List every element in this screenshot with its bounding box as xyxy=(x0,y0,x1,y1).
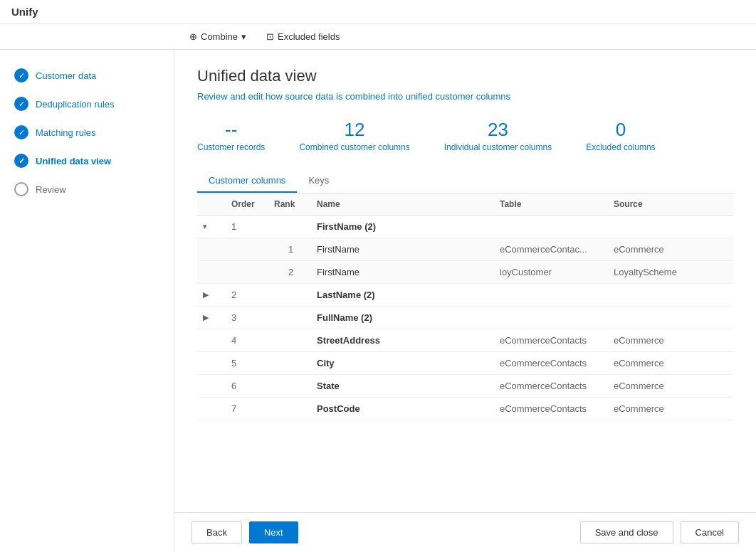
stat-value-customer-records: -- xyxy=(197,119,265,141)
check-icon-3: ✓ xyxy=(19,128,25,137)
cell-source-postcode: eCommerce xyxy=(614,403,728,414)
content-area: Unified data view Review and edit how so… xyxy=(174,50,756,552)
check-icon-2: ✓ xyxy=(19,100,25,109)
cell-order-firstname: 1 xyxy=(231,221,274,232)
back-button[interactable]: Back xyxy=(191,521,242,543)
col-header-rank: Rank xyxy=(274,199,317,209)
tab-customer-columns[interactable]: Customer columns xyxy=(197,169,297,193)
table-row-city: 5 City eCommerceContacts eCommerce xyxy=(197,352,733,375)
table-row-streetaddress: 4 StreetAddress eCommerceContacts eComme… xyxy=(197,329,733,352)
table-row-firstname-1: 1 FirstName eCommerceContac... eCommerce xyxy=(197,238,733,261)
excluded-fields-button[interactable]: ⊡ Excluded fields xyxy=(262,28,344,45)
cell-name-postcode: PostCode xyxy=(317,403,500,414)
sidebar-item-deduplication-rules[interactable]: ✓ Deduplication rules xyxy=(0,90,174,118)
page-title: Unified data view xyxy=(197,67,733,85)
tab-keys[interactable]: Keys xyxy=(297,169,340,193)
main-layout: ✓ Customer data ✓ Deduplication rules ✓ … xyxy=(0,50,756,552)
cell-table-postcode: eCommerceContacts xyxy=(500,403,614,414)
footer-left: Back Next xyxy=(191,521,298,543)
content-main: Unified data view Review and edit how so… xyxy=(174,50,756,512)
footer-right: Save and close Cancel xyxy=(580,521,739,543)
sidebar-item-matching-rules[interactable]: ✓ Matching rules xyxy=(0,118,174,147)
cell-source-firstname-1: eCommerce xyxy=(614,244,728,255)
cell-source-city: eCommerce xyxy=(614,358,728,368)
stat-individual-columns: 23 Individual customer columns xyxy=(444,119,552,152)
sidebar-item-customer-data[interactable]: ✓ Customer data xyxy=(0,61,174,90)
table-row-fullname: ▶ 3 FullName (2) xyxy=(197,307,733,329)
stat-label-individual-columns: Individual customer columns xyxy=(444,142,552,152)
cell-table-firstname-2: loyCustomer xyxy=(500,267,614,277)
cell-rank-firstname-1: 1 xyxy=(274,244,317,255)
cell-order-lastname: 2 xyxy=(231,290,274,300)
cell-name-lastname-group: LastName (2) xyxy=(317,290,500,300)
stat-label-excluded-columns: Excluded columns xyxy=(586,142,655,152)
top-bar: Unify xyxy=(0,0,756,24)
page-subtitle: Review and edit how source data is combi… xyxy=(197,91,733,102)
sidebar-item-icon-review xyxy=(14,182,28,196)
stat-label-combined-columns: Combined customer columns xyxy=(299,142,409,152)
col-header-name: Name xyxy=(317,199,500,209)
combine-label: Combine xyxy=(201,31,238,42)
col-header-source: Source xyxy=(614,199,728,209)
sidebar: ✓ Customer data ✓ Deduplication rules ✓ … xyxy=(0,50,174,552)
chevron-down-icon: ▾ xyxy=(241,31,246,42)
sidebar-item-icon-deduplication-rules: ✓ xyxy=(14,97,28,111)
sidebar-item-review[interactable]: Review xyxy=(0,175,174,203)
table-container: Order Rank Name Table Source ▾ 1 FirstNa… xyxy=(197,193,733,420)
table-row-postcode: 7 PostCode eCommerceContacts eCommerce xyxy=(197,398,733,420)
expand-button-fullname[interactable]: ▶ xyxy=(203,313,231,322)
stat-value-excluded-columns: 0 xyxy=(586,119,655,141)
combine-button[interactable]: ⊕ Combine ▾ xyxy=(185,28,251,45)
cell-name-state: State xyxy=(317,381,500,391)
sidebar-label-customer-data: Customer data xyxy=(36,70,96,81)
cell-table-streetaddress: eCommerceContacts xyxy=(500,335,614,346)
cell-name-city: City xyxy=(317,358,500,368)
sidebar-label-unified-data-view: Unified data view xyxy=(36,156,111,166)
sidebar-label-matching-rules: Matching rules xyxy=(36,127,96,138)
table-row: ▾ 1 FirstName (2) xyxy=(197,216,733,238)
sidebar-item-icon-unified-data-view: ✓ xyxy=(14,154,28,168)
cell-order-state: 6 xyxy=(231,381,274,391)
table-row-state: 6 State eCommerceContacts eCommerce xyxy=(197,375,733,398)
cell-rank-firstname-2: 2 xyxy=(274,267,317,277)
col-header-order: Order xyxy=(231,199,274,209)
table-row-lastname: ▶ 2 LastName (2) xyxy=(197,284,733,307)
cell-source-firstname-2: LoyaltyScheme xyxy=(614,267,728,277)
cell-order-streetaddress: 4 xyxy=(231,335,274,346)
cell-order-postcode: 7 xyxy=(231,403,274,414)
cell-name-firstname-2: FirstName xyxy=(317,267,500,277)
table-header: Order Rank Name Table Source xyxy=(197,193,733,216)
cell-name-fullname-group: FullName (2) xyxy=(317,312,500,323)
stat-value-individual-columns: 23 xyxy=(444,119,552,141)
tabs-row: Customer columns Keys xyxy=(197,169,733,193)
sidebar-item-icon-customer-data: ✓ xyxy=(14,68,28,83)
cell-name-firstname-group: FirstName (2) xyxy=(317,221,500,232)
excluded-fields-label: Excluded fields xyxy=(278,31,340,42)
stat-value-combined-columns: 12 xyxy=(299,119,409,141)
cell-source-streetaddress: eCommerce xyxy=(614,335,728,346)
stat-excluded-columns: 0 Excluded columns xyxy=(586,119,655,152)
next-button[interactable]: Next xyxy=(249,521,298,543)
check-icon: ✓ xyxy=(19,71,25,80)
toolbar: ⊕ Combine ▾ ⊡ Excluded fields xyxy=(0,24,756,50)
cell-table-city: eCommerceContacts xyxy=(500,358,614,368)
col-header-expand xyxy=(203,199,231,209)
stat-label-customer-records: Customer records xyxy=(197,142,265,152)
check-icon-4: ✓ xyxy=(19,156,25,166)
cell-order-fullname: 3 xyxy=(231,312,274,323)
sidebar-item-icon-matching-rules: ✓ xyxy=(14,125,28,139)
expand-button-firstname[interactable]: ▾ xyxy=(203,222,231,231)
save-close-button[interactable]: Save and close xyxy=(580,521,673,543)
expand-button-lastname[interactable]: ▶ xyxy=(203,290,231,299)
cell-name-streetaddress: StreetAddress xyxy=(317,335,500,346)
stat-combined-columns: 12 Combined customer columns xyxy=(299,119,409,152)
excluded-fields-icon: ⊡ xyxy=(266,31,274,42)
sidebar-item-unified-data-view[interactable]: ✓ Unified data view xyxy=(0,147,174,175)
sidebar-label-deduplication-rules: Deduplication rules xyxy=(36,99,115,110)
cell-source-state: eCommerce xyxy=(614,381,728,391)
footer: Back Next Save and close Cancel xyxy=(174,512,756,552)
combine-icon: ⊕ xyxy=(189,31,197,42)
stat-customer-records: -- Customer records xyxy=(197,119,265,152)
cancel-button[interactable]: Cancel xyxy=(681,521,739,543)
sidebar-label-review: Review xyxy=(36,184,66,195)
